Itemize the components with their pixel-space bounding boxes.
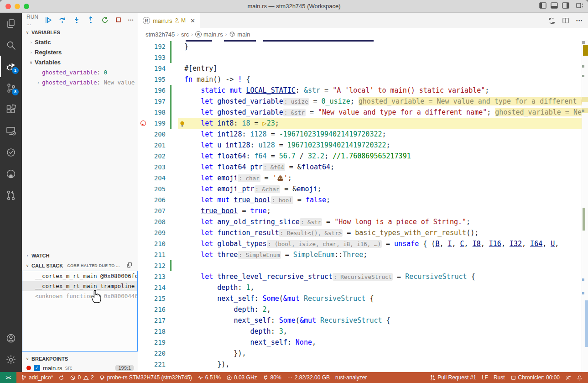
code-line[interactable]: 198 let ghosted_variable: &str = "New va…: [138, 107, 588, 118]
code-line[interactable]: 220 }),: [138, 348, 588, 359]
breadcrumb-item-main-rs[interactable]: Rmain.rs: [195, 31, 223, 38]
activity-bar-item-extensions[interactable]: [0, 99, 22, 120]
breakpoint-row[interactable]: ✓main.rssrc199:1: [22, 364, 138, 372]
close-window-button[interactable]: [5, 4, 11, 9]
breakpoint-margin[interactable]: [138, 359, 150, 370]
activity-bar-item-account[interactable]: [0, 327, 22, 349]
minimize-window-button[interactable]: [15, 4, 20, 9]
status-item-battery[interactable]: 80%: [260, 372, 284, 383]
breakpoint-checkbox[interactable]: ✓: [34, 365, 40, 371]
status-item-cpu-speed[interactable]: 0.03 GHz: [224, 372, 260, 383]
variable-row[interactable]: ›ghosted_variable: New value an…: [22, 78, 138, 88]
step-out-button[interactable]: [87, 16, 95, 25]
code-line[interactable]: 201 let u_int128: u128 = 196710231994021…: [138, 140, 588, 151]
breakpoint-margin[interactable]: [138, 315, 150, 326]
breakpoint-margin[interactable]: [138, 337, 150, 348]
code-line[interactable]: 215 next_self: Some(&mut RecursiveStruct…: [138, 293, 588, 304]
code-line[interactable]: 194#[entry]: [138, 63, 588, 74]
variables-group-registers[interactable]: ›Registers: [22, 47, 138, 58]
lightbulb-icon[interactable]: [179, 120, 185, 129]
breakpoint-margin[interactable]: [138, 282, 150, 293]
split-editor-icon[interactable]: [562, 17, 569, 24]
code-line[interactable]: 216 depth: 2,: [138, 304, 588, 315]
code-line[interactable]: 197 let ghosted_variable: usize = 0_usiz…: [138, 96, 588, 107]
status-item-eol[interactable]: LF: [479, 372, 491, 383]
step-over-button[interactable]: [58, 16, 67, 25]
variables-group-variables[interactable]: ∨Variables: [22, 58, 138, 68]
activity-bar-item-source-control[interactable]: 8: [0, 77, 22, 99]
status-item-sync[interactable]: [56, 372, 67, 383]
tab-main-rs[interactable]: R main.rs 2, M ✕: [138, 13, 200, 28]
customize-layout-icon[interactable]: [576, 2, 583, 9]
breakpoint-margin[interactable]: [138, 107, 150, 118]
toggle-secondary-sidebar-icon[interactable]: [562, 2, 569, 9]
code-line[interactable]: 202 let float64: f64 = 56.7 / 32.2; //1.…: [138, 151, 588, 162]
status-item-problems[interactable]: 02: [67, 372, 96, 383]
breakpoint-margin[interactable]: [138, 304, 150, 315]
code-line[interactable]: 193: [138, 52, 588, 63]
breakpoint-margin[interactable]: [138, 140, 150, 151]
stop-button[interactable]: [115, 16, 122, 25]
breakpoint-margin[interactable]: [138, 162, 150, 173]
code-line[interactable]: 218 depth: 3,: [138, 326, 588, 337]
breakpoints-section-header[interactable]: ∨ BREAKPOINTS: [22, 354, 138, 364]
code-line[interactable]: 219 next_self: None,: [138, 337, 588, 348]
close-tab-icon[interactable]: ✕: [190, 17, 195, 24]
breakpoint-margin[interactable]: [138, 293, 150, 304]
breakpoint-margin[interactable]: [138, 63, 150, 74]
breakpoint-margin[interactable]: [138, 194, 150, 205]
code-line[interactable]: 199 let int8: i8 = ▷23;: [138, 118, 588, 129]
status-item-language[interactable]: Rust: [491, 372, 508, 383]
code-line[interactable]: 217 next_self: Some(&mut RecursiveStruct…: [138, 315, 588, 326]
debug-config-dropdown[interactable]: RUN ...: [26, 14, 38, 26]
status-item-pull-request[interactable]: Pull Request #1: [427, 372, 479, 383]
variable-row[interactable]: ghosted_variable: 0: [22, 68, 138, 78]
code-line[interactable]: 214 depth: 1,: [138, 282, 588, 293]
code-line[interactable]: 209 let function_result: Result<(), &str…: [138, 227, 588, 238]
more-actions-icon[interactable]: ⋯: [576, 16, 583, 25]
status-item-chronicler[interactable]: Chronicler: 00:00: [508, 372, 562, 383]
breakpoint-margin[interactable]: [138, 85, 150, 96]
status-item-rust-analyzer[interactable]: rust-analyzer: [333, 372, 369, 383]
activity-bar-item-testing[interactable]: [0, 142, 22, 163]
status-item-notifications[interactable]: [574, 372, 585, 383]
breakpoint-margin[interactable]: [138, 52, 150, 63]
status-item-feedback[interactable]: [562, 372, 574, 383]
activity-bar-item-github[interactable]: [0, 163, 22, 184]
code-line[interactable]: 200 let int128: i128 = -1967102319940214…: [138, 129, 588, 140]
breakpoint-margin[interactable]: [138, 173, 150, 184]
variables-section-header[interactable]: ∨ VARIABLES: [22, 27, 138, 37]
activity-bar-item-run-debug[interactable]: 1: [0, 56, 22, 77]
continue-button[interactable]: [44, 16, 52, 25]
code-line[interactable]: 203 let float64_ptr: &f64 = &float64;: [138, 162, 588, 173]
overview-ruler[interactable]: [582, 40, 588, 372]
toggle-changes-icon[interactable]: [548, 17, 556, 25]
breakpoint-margin[interactable]: [138, 249, 150, 260]
breakpoint-margin[interactable]: [138, 348, 150, 359]
code-line[interactable]: 192}: [138, 41, 588, 52]
restart-button[interactable]: [101, 16, 109, 25]
status-item-debug-target[interactable]: probe-rs STM32H745 (stm32h745): [97, 372, 195, 383]
status-item-cpu-usage[interactable]: 6.51%: [195, 372, 224, 383]
breakpoint-margin[interactable]: [138, 238, 150, 249]
status-item-memory[interactable]: 2.82/32.00 GB: [284, 372, 333, 383]
breakpoint-margin[interactable]: [138, 151, 150, 162]
activity-bar-item-remote-explorer[interactable]: [0, 120, 22, 142]
breakpoint-margin[interactable]: [138, 96, 150, 107]
debug-more-button[interactable]: ⋯: [128, 16, 134, 25]
call-stack-frame[interactable]: __cortex_m_rt_main @0x080006fc: [22, 271, 137, 281]
code-line[interactable]: 208 let any_old_string_slice: &str = "Ho…: [138, 216, 588, 227]
breakpoint-margin[interactable]: [138, 118, 150, 129]
watch-section-header[interactable]: › WATCH: [22, 251, 138, 261]
call-stack-frame[interactable]: <unknown function @ 0x08000440> @0: [22, 291, 137, 301]
breakpoint-margin[interactable]: [138, 227, 150, 238]
breakpoint-margin[interactable]: [138, 129, 150, 140]
activity-bar-item-explorer[interactable]: [0, 13, 22, 34]
code-line[interactable]: 195fn main() -> ! {: [138, 74, 588, 85]
code-line[interactable]: 205 let emoji_ptr: &char = &emoji;: [138, 184, 588, 194]
breakpoint-margin[interactable]: [138, 271, 150, 282]
step-into-button[interactable]: [73, 16, 81, 25]
breadcrumb-item-stm32h745[interactable]: stm32h745: [146, 31, 175, 38]
call-stack-section-header[interactable]: ∨ CALL STACK CORE HALTED DUE TO ...: [22, 261, 138, 271]
code-line[interactable]: 212: [138, 260, 588, 271]
